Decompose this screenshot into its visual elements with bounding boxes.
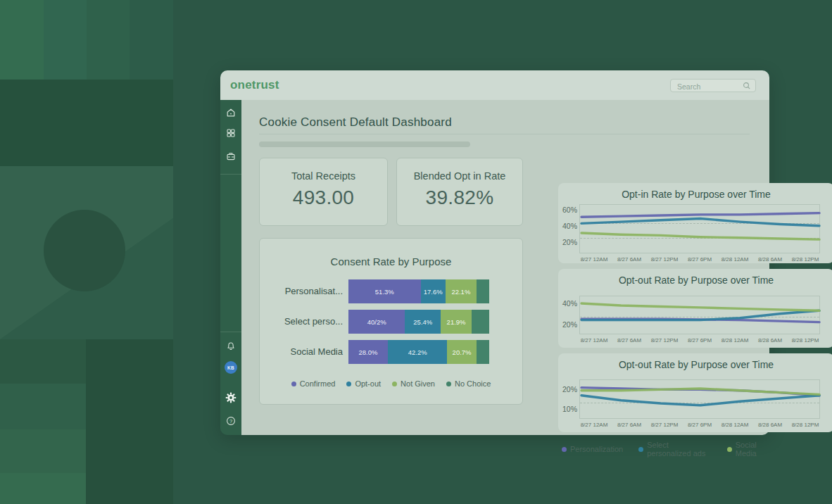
bar-segment: 20.7%: [447, 340, 476, 364]
bg-band: [0, 166, 173, 339]
legend-item: Not Given: [392, 379, 435, 388]
bg-band: [86, 339, 173, 504]
help-icon[interactable]: ?: [226, 416, 236, 426]
chart-title: Consent Rate by Purpose: [260, 256, 522, 267]
bar-row: Select perso...40/2%25.4%21.9%: [260, 310, 522, 334]
series-line: [581, 389, 819, 394]
x-axis-tick: 8/28 12PM: [788, 337, 823, 344]
time-charts-legend: PersonalizationSelect personalized adsSo…: [562, 441, 769, 458]
x-axis-tick: 8/28 12PM: [788, 256, 823, 263]
legend-item: Confirmed: [291, 379, 336, 388]
avatar-initials: KB: [227, 365, 234, 370]
chart-legend: ConfirmedOpt-outNot GivenNo Choice: [260, 379, 522, 388]
series-line: [581, 219, 819, 226]
x-axis-tick: 8/28 12AM: [717, 337, 752, 344]
y-axis-tick: 40%: [555, 299, 577, 308]
y-axis-tick: 20%: [555, 385, 577, 393]
legend-dot-icon: [446, 382, 451, 386]
legend-dot-icon: [727, 447, 732, 452]
bar-row-label: Select perso...: [260, 316, 343, 327]
legend-label: Confirmed: [300, 379, 336, 388]
bg-strip: [0, 339, 86, 384]
y-axis-tick: 10%: [555, 405, 577, 413]
line-chart: 60%40%20%: [579, 204, 820, 253]
svg-text:?: ?: [229, 418, 232, 424]
bg-band: [0, 80, 173, 166]
stacked-bar: 51.3%17.6%22.1%: [348, 279, 489, 303]
legend-item: Social Media: [727, 441, 769, 458]
x-axis-tick: 8/27 6PM: [682, 422, 717, 428]
bell-icon[interactable]: [226, 341, 236, 351]
x-axis-tick: 8/27 12AM: [576, 337, 612, 344]
loading-skeleton-bar: [259, 141, 470, 147]
gear-icon[interactable]: [225, 392, 237, 403]
x-axis-tick: 8/28 6AM: [752, 422, 788, 428]
bg-strip: [0, 429, 86, 473]
legend-label: Opt-out: [355, 379, 381, 388]
series-line: [581, 233, 819, 239]
bar-segment: [477, 340, 489, 364]
bg-strip: [87, 0, 130, 80]
x-axis-tick: 8/27 6AM: [612, 422, 647, 428]
x-axis-tick: 8/27 6PM: [682, 337, 717, 344]
bar-row-label: Social Media: [260, 346, 343, 357]
series-line: [581, 303, 819, 310]
apps-grid-icon[interactable]: [226, 128, 236, 138]
bar-row: Personalisat...51.3%17.6%22.1%: [260, 279, 522, 303]
bg-strip: [0, 384, 86, 429]
page-title: Cookie Consent Default Dashboard: [259, 115, 452, 130]
series-line: [581, 213, 819, 218]
briefcase-icon[interactable]: [226, 151, 236, 161]
x-axis-tick: 8/27 12PM: [647, 422, 682, 428]
opt-out-rate-card-1: Opt-out Rate by Purpose over Time 40%20%…: [558, 269, 832, 348]
legend-item: Select personalized ads: [638, 441, 712, 458]
x-axis-tick: 8/27 12PM: [647, 256, 682, 263]
x-axis-labels: 8/27 12AM8/27 6AM8/27 12PM8/27 6PM8/28 1…: [576, 337, 823, 344]
legend-item: No Choice: [446, 379, 491, 388]
legend-item: Opt-out: [346, 379, 381, 388]
y-axis-tick: 20%: [555, 238, 577, 246]
legend-dot-icon: [562, 447, 567, 452]
opt-out-rate-card-2: Opt-out Rate by Purpose over Time 20%10%…: [558, 353, 832, 432]
x-axis-tick: 8/27 6PM: [682, 256, 717, 263]
bar-segment: 51.3%: [348, 279, 421, 303]
kpi-value: 39.82%: [397, 187, 522, 209]
bar-row: Social Media28.0%42.2%20.7%: [260, 340, 522, 364]
bar-segment: [477, 279, 489, 303]
bar-segment: 21.9%: [441, 310, 472, 334]
chart-title: Opt-in Rate by Purpose over Time: [558, 189, 832, 200]
x-axis-tick: 8/28 6AM: [752, 256, 788, 263]
search-icon: [743, 82, 751, 90]
y-axis-tick: 60%: [555, 206, 577, 214]
avatar[interactable]: KB: [225, 361, 237, 374]
bar-segment: 17.6%: [421, 279, 446, 303]
x-axis-tick: 8/27 6AM: [612, 337, 647, 344]
main-content: Cookie Consent Default Dashboard Total R…: [241, 100, 769, 435]
bar-segment: 40/2%: [348, 310, 405, 334]
x-axis-labels: 8/27 12AM8/27 6AM8/27 12PM8/27 6PM8/28 1…: [576, 256, 823, 263]
line-chart: 20%10%: [579, 379, 820, 419]
topbar: onetrust: [220, 70, 769, 100]
x-axis-tick: 8/28 12PM: [788, 422, 823, 428]
series-line: [581, 396, 819, 405]
bar-segment: 25.4%: [405, 310, 441, 334]
y-axis-tick: 20%: [555, 320, 577, 329]
x-axis-tick: 8/28 12AM: [717, 256, 752, 263]
y-axis-tick: 40%: [555, 222, 577, 230]
home-icon[interactable]: [226, 108, 236, 118]
x-axis-tick: 8/27 12AM: [576, 256, 612, 263]
sidebar-divider: [220, 174, 241, 175]
line-chart-canvas: [580, 380, 821, 420]
stacked-bar: 28.0%42.2%20.7%: [348, 340, 489, 364]
app-window: onetrust: [220, 70, 769, 435]
legend-label: Not Given: [401, 379, 435, 388]
kpi-card-blended-opt-in-rate: Blended Opt in Rate 39.82%: [396, 158, 523, 226]
kpi-label: Total Receipts: [260, 170, 387, 182]
bar-segment: 42.2%: [388, 340, 447, 364]
onetrust-logo: onetrust: [230, 78, 279, 92]
legend-label: Social Media: [736, 441, 769, 458]
bar-segment: 22.1%: [446, 279, 477, 303]
x-axis-tick: 8/28 12AM: [717, 422, 752, 428]
search-box[interactable]: [670, 79, 756, 92]
x-axis-tick: 8/27 12PM: [647, 337, 682, 344]
